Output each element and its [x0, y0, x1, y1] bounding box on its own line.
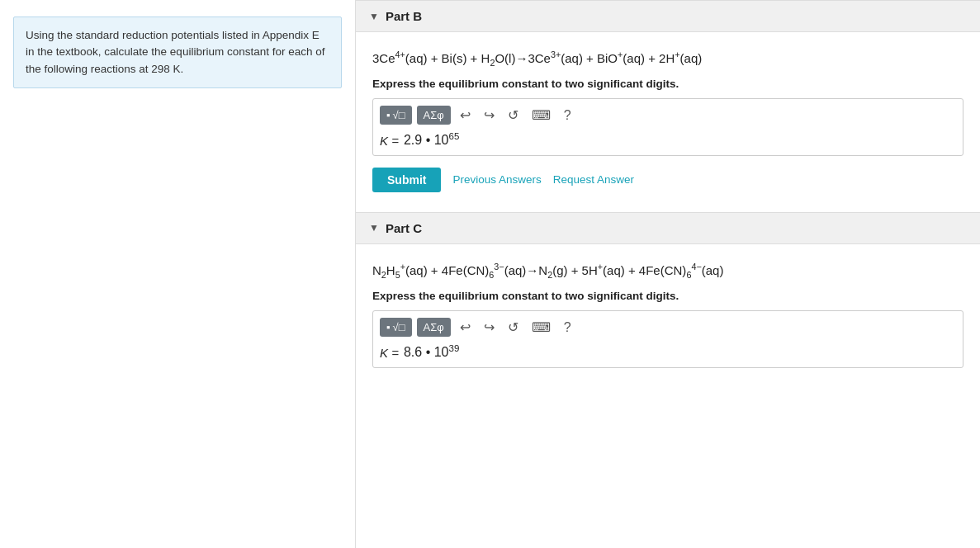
chevron-down-icon-c: ▼ [369, 222, 379, 234]
undo-button-c[interactable]: ↩ [456, 318, 475, 337]
part-b-header: ▼ Part B [356, 0, 980, 32]
part-c-label: Part C [386, 221, 422, 235]
part-c-k-label: K = [380, 346, 399, 360]
symbols-button[interactable]: ΑΣφ [417, 106, 451, 125]
part-c-answer-display: 8.6 • 1039 [404, 343, 459, 360]
part-b-toolbar: ▪ √□ ΑΣφ ↩ ↪ ↺ ⌨ ? [380, 106, 956, 125]
symbols-label-c: ΑΣφ [424, 321, 444, 333]
chevron-down-icon: ▼ [369, 11, 379, 22]
part-c-toolbar: ▪ √□ ΑΣφ ↩ ↪ ↺ ⌨ ? [380, 318, 956, 337]
part-b-answer-row: K = 2.9 • 1065 [380, 131, 956, 148]
help-button[interactable]: ? [560, 106, 575, 125]
format-button[interactable]: ▪ √□ [380, 106, 412, 125]
redo-button[interactable]: ↪ [480, 106, 499, 125]
request-answer-button[interactable]: Request Answer [553, 173, 634, 186]
sqrt-icon: √□ [393, 109, 405, 121]
part-b-label: Part B [386, 9, 422, 23]
part-c-section: ▼ Part C N2H5+(aq) + 4Fe(CN)63−(aq)→N2(g… [372, 212, 963, 368]
help-button-c[interactable]: ? [560, 319, 575, 337]
part-b-instruction: Express the equilibrium constant to two … [372, 78, 963, 90]
info-box: Using the standard reduction potentials … [13, 17, 342, 88]
reset-button-c[interactable]: ↺ [504, 318, 523, 337]
format-icon: ▪ [386, 109, 391, 121]
part-b-action-row: Submit Previous Answers Request Answer [372, 168, 963, 192]
submit-button[interactable]: Submit [372, 168, 441, 192]
symbols-button-c[interactable]: ΑΣφ [417, 318, 451, 337]
keyboard-button-c[interactable]: ⌨ [528, 318, 555, 337]
keyboard-button[interactable]: ⌨ [528, 106, 555, 125]
info-text: Using the standard reduction potentials … [26, 29, 324, 75]
part-c-equation: N2H5+(aq) + 4Fe(CN)63−(aq)→N2(g) + 5H+(a… [372, 259, 963, 283]
redo-button-c[interactable]: ↪ [480, 318, 499, 337]
part-c-header: ▼ Part C [356, 212, 980, 244]
part-c-input-box: ▪ √□ ΑΣφ ↩ ↪ ↺ ⌨ ? K = 8.6 • 1039 [372, 310, 963, 367]
part-b-k-label: K = [380, 134, 399, 148]
undo-button[interactable]: ↩ [456, 106, 475, 125]
sqrt-icon-c: √□ [393, 321, 405, 333]
part-b-section: ▼ Part B 3Ce4+(aq) + Bi(s) + H2O(l)→3Ce3… [372, 0, 963, 192]
symbols-label: ΑΣφ [424, 109, 444, 121]
part-b-answer-display: 2.9 • 1065 [404, 131, 459, 148]
part-b-equation: 3Ce4+(aq) + Bi(s) + H2O(l)→3Ce3+(aq) + B… [372, 47, 963, 71]
previous-answers-button[interactable]: Previous Answers [452, 173, 541, 186]
reset-button[interactable]: ↺ [504, 106, 523, 125]
part-b-input-box: ▪ √□ ΑΣφ ↩ ↪ ↺ ⌨ ? K = 2.9 • 1065 [372, 98, 963, 155]
format-icon-c: ▪ [386, 321, 391, 333]
part-c-instruction: Express the equilibrium constant to two … [372, 290, 963, 302]
part-c-answer-row: K = 8.6 • 1039 [380, 343, 956, 360]
format-button-c[interactable]: ▪ √□ [380, 318, 412, 337]
